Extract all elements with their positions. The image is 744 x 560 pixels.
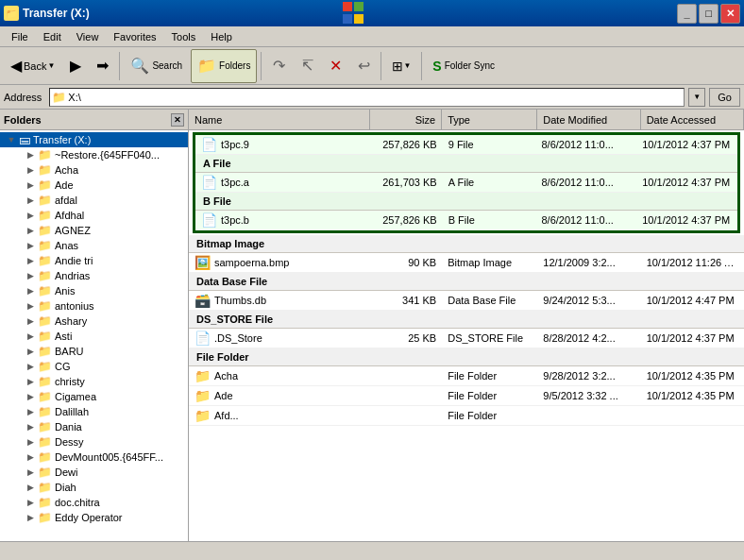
file-row-dsstore[interactable]: 📄 .DS_Store 25 KB DS_STORE File 8/28/201…: [189, 329, 744, 348]
tree-item-dewi[interactable]: ▶ 📁 Dewi: [0, 465, 188, 480]
file-row-thumbs[interactable]: 🗃️ Thumbs.db 341 KB Data Base File 9/24/…: [189, 291, 744, 311]
undo-button[interactable]: ↩: [350, 49, 377, 83]
tree-item-acha[interactable]: ▶ 📁 Acha: [0, 162, 188, 178]
tree-item-afdhal[interactable]: ▶ 📁 Afdhal: [0, 208, 188, 223]
tree-item-andie[interactable]: ▶ 📁 Andie tri: [0, 253, 188, 268]
tree-item-docchitra[interactable]: ▶ 📁 doc.chitra: [0, 495, 188, 510]
go-button[interactable]: Go: [709, 88, 740, 107]
menu-help[interactable]: Help: [203, 29, 240, 44]
folder-icon-afd: 📁: [194, 408, 211, 423]
tree-item-anis[interactable]: ▶ 📁 Anis: [0, 283, 188, 298]
status-bar: [0, 541, 744, 560]
window-icon: 📁: [4, 6, 19, 21]
tree-item-anas[interactable]: ▶ 📁 Anas: [0, 238, 188, 253]
expand-icon: ▶: [23, 483, 38, 492]
folders-close-button[interactable]: ✕: [171, 113, 184, 127]
tree-item-eddy[interactable]: ▶ 📁 Eddy Operator: [0, 510, 188, 525]
expand-icon: ▶: [23, 452, 38, 462]
views-button[interactable]: ⊞ ▼: [385, 49, 417, 83]
item-label: Dalillah: [55, 406, 89, 417]
file-row-sampoerna[interactable]: 🖼️ sampoerna.bmp 90 KB Bitmap Image 12/1…: [189, 253, 744, 273]
file-row-t3pcb[interactable]: 📄 t3pc.b 257,826 KB B File 8/6/2012 11:0…: [195, 211, 737, 230]
move-to-button[interactable]: ↷: [265, 49, 292, 83]
file-type-thumbs: Data Base File: [442, 294, 537, 307]
copy-to-button[interactable]: ↸: [294, 49, 320, 83]
separator-3: [380, 52, 381, 80]
expand-icon: ▶: [23, 211, 38, 220]
menu-view[interactable]: View: [69, 29, 107, 44]
tree-item-restore[interactable]: ▶ 📁 ~Restore.{645FF040...: [0, 147, 188, 162]
folder-icon: 📁: [38, 194, 52, 207]
item-label: christy: [55, 376, 85, 387]
menu-tools[interactable]: Tools: [164, 29, 204, 44]
drive-icon: 🖴: [19, 133, 30, 146]
back-dropdown-icon[interactable]: ▼: [47, 61, 55, 70]
file-name-ade-folder: 📁 Ade: [189, 387, 370, 404]
tree-item-transfer[interactable]: ▼ 🖴 Transfer (X:): [0, 132, 188, 147]
col-header-type[interactable]: Type: [442, 110, 537, 129]
file-icon-sampoerna: 🖼️: [194, 255, 211, 270]
folder-icon: 📁: [38, 239, 52, 252]
expand-icon: ▶: [23, 226, 38, 235]
expand-icon: ▶: [23, 467, 38, 477]
expand-icon: ▶: [23, 165, 38, 175]
tree-item-devmount[interactable]: ▶ 📁 DevMount005.{645FF...: [0, 450, 188, 465]
folder-icon: 📁: [38, 420, 52, 433]
col-header-name[interactable]: Name: [189, 110, 370, 129]
delete-button[interactable]: ✕: [322, 49, 348, 83]
folders-button[interactable]: 📁 Folders: [191, 49, 257, 83]
file-icon-dsstore: 📄: [194, 331, 211, 346]
file-row-afd-folder[interactable]: 📁 Afd... File Folder: [189, 406, 744, 426]
address-input[interactable]: [68, 92, 682, 103]
col-header-size[interactable]: Size: [370, 110, 442, 129]
tree-item-ashary[interactable]: ▶ 📁 Ashary: [0, 314, 188, 329]
tree-item-christy[interactable]: ▶ 📁 christy: [0, 374, 188, 389]
file-size-dsstore: 25 KB: [370, 331, 442, 345]
group-header-filefolder: File Folder: [189, 348, 744, 366]
tree-item-asti[interactable]: ▶ 📁 Asti: [0, 329, 188, 344]
file-size-sampoerna: 90 KB: [370, 256, 442, 269]
tree-item-ade[interactable]: ▶ 📁 Ade: [0, 178, 188, 193]
folder-icon: 📁: [38, 330, 52, 343]
folder-icon-ade: 📁: [194, 388, 211, 403]
tree-item-andrias[interactable]: ▶ 📁 Andrias: [0, 268, 188, 283]
file-type-sampoerna: Bitmap Image: [442, 256, 537, 269]
expand-icon: ▶: [23, 437, 38, 447]
file-row-t3pc9[interactable]: 📄 t3pc.9 257,826 KB 9 File 8/6/2012 11:0…: [195, 135, 737, 155]
file-row-t3pca[interactable]: 📄 t3pc.a 261,703 KB A File 8/6/2012 11:0…: [195, 173, 737, 193]
folder-icon: 📁: [38, 405, 52, 418]
tree-item-diah[interactable]: ▶ 📁 Diah: [0, 480, 188, 495]
tree-item-dessy[interactable]: ▶ 📁 Dessy: [0, 434, 188, 450]
up-button[interactable]: ⬆: [90, 49, 115, 83]
maximize-button[interactable]: □: [699, 4, 719, 24]
minimize-button[interactable]: _: [677, 4, 697, 24]
tree-item-dania[interactable]: ▶ 📁 Dania: [0, 419, 188, 434]
expand-icon: ▶: [23, 256, 38, 265]
address-dropdown-button[interactable]: ▼: [688, 88, 705, 107]
menu-favorites[interactable]: Favorites: [106, 29, 163, 44]
file-row-acha-folder[interactable]: 📁 Acha File Folder 9/28/2012 3:2... 10/1…: [189, 366, 744, 386]
item-label: Acha: [55, 164, 78, 176]
forward-button[interactable]: ▶: [63, 49, 88, 83]
file-dateacc-afd-folder: [641, 415, 744, 416]
tree-item-dalillah[interactable]: ▶ 📁 Dalillah: [0, 404, 188, 419]
tree-item-cg[interactable]: ▶ 📁 CG: [0, 359, 188, 374]
tree-item-baru[interactable]: ▶ 📁 BARU: [0, 344, 188, 359]
file-name-t3pcb: 📄 t3pc.b: [195, 212, 372, 229]
address-bar: Address 📁 ▼ Go: [0, 85, 744, 110]
tree-item-antonius[interactable]: ▶ 📁 antonius: [0, 298, 188, 314]
menu-file[interactable]: File: [4, 29, 36, 44]
col-header-date-accessed[interactable]: Date Accessed: [641, 110, 744, 129]
menu-edit[interactable]: Edit: [36, 29, 69, 44]
address-label: Address: [4, 92, 45, 103]
file-size-afd-folder: [370, 415, 442, 416]
tree-item-agnez[interactable]: ▶ 📁 AGNEZ: [0, 223, 188, 238]
close-button[interactable]: ✕: [720, 4, 740, 24]
tree-item-cigamea[interactable]: ▶ 📁 Cigamea: [0, 389, 188, 404]
back-button[interactable]: ◀ Back ▼: [4, 49, 61, 83]
file-row-ade-folder[interactable]: 📁 Ade File Folder 9/5/2012 3:32 ... 10/1…: [189, 386, 744, 406]
search-button[interactable]: 🔍 Search: [124, 49, 189, 83]
folder-sync-button[interactable]: S Folder Sync: [426, 49, 501, 83]
tree-item-afdal[interactable]: ▶ 📁 afdal: [0, 193, 188, 208]
col-header-date-modified[interactable]: Date Modified: [537, 110, 640, 129]
